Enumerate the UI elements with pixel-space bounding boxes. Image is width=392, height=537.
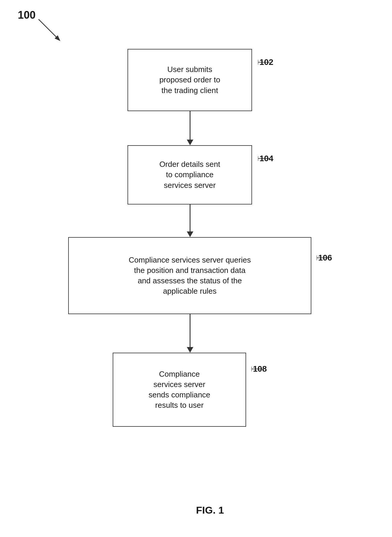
box-106-text: Compliance services server queriesthe po… [124,252,255,299]
connector-3 [187,314,194,353]
svg-marker-12 [187,347,193,353]
box-106: Compliance services server queriesthe po… [68,237,311,314]
ref-102-text: 102 [259,57,273,67]
svg-line-0 [39,19,59,40]
ref-104-text: 104 [259,154,273,163]
box-102-text: User submitsproposed order tothe trading… [155,61,224,98]
main-label-arrow [21,16,68,52]
connector-1 [187,111,194,145]
ref-102: 102 [258,59,276,65]
box-102: User submitsproposed order tothe trading… [128,49,252,111]
box-108: Complianceservices serversends complianc… [113,353,246,427]
box-104-text: Order details sentto complianceservices … [155,156,224,193]
ref-104: 104 [258,156,276,162]
connector-2 [187,204,194,237]
ref-108: 108 [251,366,269,372]
ref-106-text: 106 [318,253,332,263]
ref-106: 106 [317,255,334,261]
box-104: Order details sentto complianceservices … [128,145,252,204]
box-108-text: Complianceservices serversends complianc… [144,366,215,413]
svg-marker-4 [187,140,193,145]
ref-108-text: 108 [253,364,267,374]
svg-marker-8 [187,231,193,237]
diagram-container: 100 User submitsproposed order tothe tra… [0,0,392,537]
